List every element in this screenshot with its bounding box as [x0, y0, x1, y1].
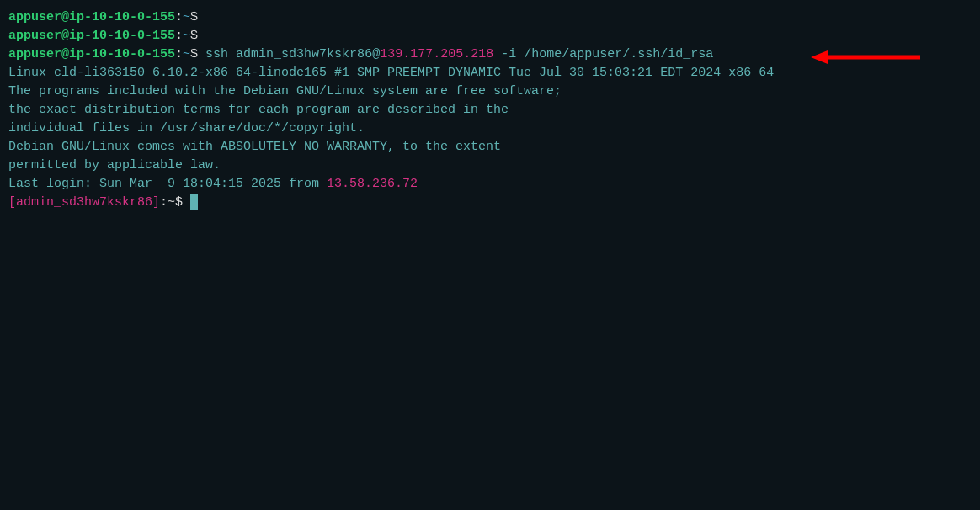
prompt-sep: : [175, 29, 183, 43]
prompt-bracket-close: ] [152, 195, 160, 210]
prompt-path: ~ [183, 29, 190, 43]
prompt-path: ~ [168, 195, 175, 210]
prompt-dollar: $ [190, 29, 198, 43]
prompt-path: ~ [183, 47, 190, 61]
motd-line: The programs included with the Debian GN… [8, 82, 972, 101]
motd-line: permitted by applicable law. [8, 157, 972, 175]
prompt-line-1: appuser@ip-10-10-0-155:~$ [8, 8, 972, 27]
prompt-user-host: appuser@ip-10-10-0-155 [8, 29, 175, 43]
prompt-sep: : [175, 10, 183, 24]
motd-line: the exact distribution terms for each pr… [8, 101, 972, 120]
cursor [190, 194, 198, 210]
ssh-target-ip: 139.177.205.218 [380, 47, 493, 61]
motd-line: individual files in /usr/share/doc/*/cop… [8, 120, 972, 138]
prompt-user-host: appuser@ip-10-10-0-155 [8, 47, 175, 61]
prompt-line-2: appuser@ip-10-10-0-155:~$ [8, 27, 972, 45]
prompt-dollar: $ [175, 195, 190, 210]
remote-prompt-line[interactable]: [admin_sd3hw7kskr86]:~$ [8, 194, 972, 212]
ssh-command-text: ssh admin_sd3hw7kskr86@ [198, 47, 380, 61]
prompt-dollar: $ [190, 47, 198, 61]
terminal-output[interactable]: appuser@ip-10-10-0-155:~$ appuser@ip-10-… [8, 8, 972, 212]
prompt-bracket-open: [ [8, 195, 16, 210]
uname-line: Linux cld-li363150 6.10.2-x86_64-linode1… [8, 64, 972, 82]
prompt-path: ~ [183, 10, 190, 24]
last-login-ip: 13.58.236.72 [327, 177, 418, 191]
prompt-dollar: $ [190, 10, 198, 24]
ssh-command-line: appuser@ip-10-10-0-155:~$ ssh admin_sd3h… [8, 45, 972, 64]
motd-line: Debian GNU/Linux comes with ABSOLUTELY N… [8, 138, 972, 157]
last-login-line: Last login: Sun Mar 9 18:04:15 2025 from… [8, 175, 972, 194]
last-login-text: Last login: Sun Mar 9 18:04:15 2025 from [8, 177, 327, 191]
prompt-sep: : [160, 195, 168, 210]
ssh-command-args: -i /home/appuser/.ssh/id_rsa [493, 47, 713, 61]
prompt-user-host: appuser@ip-10-10-0-155 [8, 10, 175, 24]
prompt-sep: : [175, 47, 183, 61]
prompt-remote-user: admin_sd3hw7kskr86 [16, 195, 152, 210]
